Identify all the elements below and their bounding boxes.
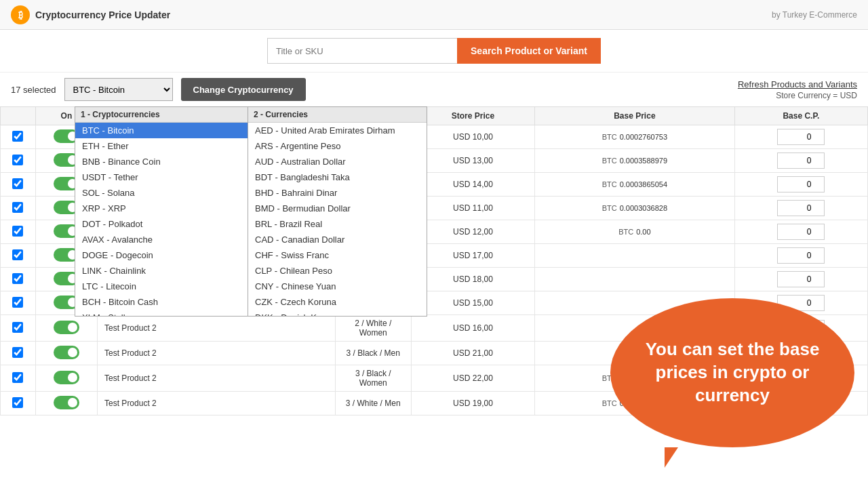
search-button[interactable]: Search Product or Variant — [457, 38, 601, 64]
base-cp-input[interactable] — [777, 152, 825, 169]
base-price-value: 0.0003865054 — [620, 180, 667, 188]
search-input[interactable] — [267, 38, 457, 64]
row-checkbox[interactable] — [12, 202, 23, 213]
base-crypto-label: BTC — [602, 180, 617, 188]
row-base-price — [535, 244, 735, 268]
row-store-price: USD 22,00 — [411, 365, 534, 392]
bubble-text: You can set the base prices in crypto or… — [624, 338, 841, 407]
row-base-cp — [734, 244, 867, 268]
app-header: ₿ Cryptocurrency Price Updater by Turkey… — [0, 0, 868, 30]
toolbar: 17 selected BTC - Bitcoin ETH - Ether Ch… — [0, 73, 868, 106]
row-checkbox[interactable] — [12, 372, 23, 383]
row-checkbox[interactable] — [12, 273, 23, 284]
crypto-option-ltc[interactable]: LTC - Litecoin — [75, 279, 248, 294]
row-variant: Test Product 2 — [98, 365, 336, 392]
crypto-option-btc[interactable]: BTC - Bitcoin — [75, 123, 248, 138]
currency-option[interactable]: ARS - Argentine Peso — [248, 138, 427, 154]
row-sku: 3 / Black / Women — [335, 365, 411, 392]
app-logo: ₿ — [11, 5, 30, 24]
base-cp-input[interactable] — [777, 176, 825, 192]
crypto-items: BTC - BitcoinETH - EtherBNB - Binance Co… — [75, 123, 248, 317]
base-price-value: 0.0003036828 — [620, 204, 667, 212]
row-store-price: USD 21,00 — [411, 342, 534, 365]
currency-option[interactable]: BHD - Bahraini Dinar — [248, 185, 427, 201]
currency-option[interactable]: DKK - Danish Krone — [248, 310, 427, 317]
row-store-price: USD 12,00 — [411, 220, 534, 244]
crypto-option-link[interactable]: LINK - Chainlink — [75, 263, 248, 279]
crypto-option-sol[interactable]: SOL - Solana — [75, 185, 248, 201]
row-toggle[interactable] — [54, 396, 79, 409]
crypto-option-usdt[interactable]: USDT - Tether — [75, 169, 248, 185]
row-store-price: USD 16,00 — [411, 315, 534, 342]
row-checkbox[interactable] — [12, 297, 23, 308]
currency-section-header: 2 - Currencies — [248, 107, 427, 123]
crypto-select[interactable]: BTC - Bitcoin ETH - Ether — [64, 78, 173, 101]
base-cp-input[interactable] — [777, 271, 825, 287]
row-store-price: USD 18,00 — [411, 268, 534, 291]
base-crypto-label: BTC — [602, 133, 617, 141]
crypto-option-bnb[interactable]: BNB - Binance Coin — [75, 154, 248, 169]
base-price-value: 0.0002760753 — [620, 133, 667, 141]
row-checkbox[interactable] — [12, 226, 23, 237]
currency-option[interactable]: CAD - Canadian Dollar — [248, 232, 427, 247]
row-store-price: USD 10,00 — [411, 125, 534, 149]
row-checkbox[interactable] — [12, 249, 23, 260]
row-sku: 2 / White / Women — [335, 315, 411, 342]
base-cp-input[interactable] — [777, 129, 825, 145]
row-toggle[interactable] — [54, 371, 79, 384]
header-byline: by Turkey E-Commerce — [772, 10, 857, 20]
crypto-option-bch[interactable]: BCH - Bitcoin Cash — [75, 294, 248, 310]
currency-option[interactable]: BDT - Bangladeshi Taka — [248, 169, 427, 185]
row-checkbox[interactable] — [12, 131, 23, 142]
base-crypto-label: BTC — [602, 157, 617, 165]
row-store-price: USD 19,00 — [411, 392, 534, 415]
currency-option[interactable]: CNY - Chinese Yuan — [248, 279, 427, 294]
crypto-option-doge[interactable]: DOGE - Dogecoin — [75, 247, 248, 263]
base-cp-input[interactable] — [777, 200, 825, 216]
store-currency-label: Store Currency = USD — [738, 91, 857, 100]
currency-option[interactable]: AED - United Arab Emirates Dirham — [248, 123, 427, 138]
col-base-cp: Base C.P. — [734, 107, 867, 125]
refresh-section: Refresh Products and Variants Store Curr… — [738, 79, 857, 100]
row-checkbox[interactable] — [12, 347, 23, 358]
row-store-price: USD 14,00 — [411, 173, 534, 197]
crypto-dropdown: 1 - Cryptocurrencies BTC - BitcoinETH - … — [75, 106, 427, 317]
currency-option[interactable]: CZK - Czech Koruna — [248, 294, 427, 310]
change-cryptocurrency-button[interactable]: Change Cryptocurrency — [181, 78, 306, 101]
row-checkbox[interactable] — [12, 178, 23, 189]
row-base-price: BTC0.0002760753 — [535, 125, 735, 149]
row-base-price: BTC0.0003036828 — [535, 197, 735, 220]
info-bubble: You can set the base prices in crypto or… — [610, 298, 854, 447]
row-base-cp — [734, 268, 867, 291]
base-cp-input[interactable] — [777, 247, 825, 264]
row-toggle[interactable] — [54, 321, 79, 334]
row-checkbox[interactable] — [12, 322, 23, 333]
base-crypto-label: BTC — [602, 204, 617, 212]
crypto-option-xlm[interactable]: XLM - Stellar — [75, 310, 248, 317]
crypto-option-eth[interactable]: ETH - Ether — [75, 138, 248, 154]
row-sku: 3 / White / Men — [335, 392, 411, 415]
selected-count: 17 selected — [11, 85, 56, 95]
row-variant: Test Product 2 — [98, 342, 336, 365]
crypto-option-xrp[interactable]: XRP - XRP — [75, 201, 248, 216]
search-bar: Search Product or Variant — [0, 30, 868, 73]
row-checkbox[interactable] — [12, 397, 23, 408]
row-base-price: BTC0.00 — [535, 220, 735, 244]
row-base-cp — [734, 197, 867, 220]
row-base-price — [535, 268, 735, 291]
currency-option[interactable]: AUD - Australian Dollar — [248, 154, 427, 169]
refresh-link[interactable]: Refresh Products and Variants — [738, 79, 857, 89]
crypto-option-avax[interactable]: AVAX - Avalanche — [75, 232, 248, 247]
base-price-value: 0.0003588979 — [620, 157, 667, 165]
currency-option[interactable]: BMD - Bermudian Dollar — [248, 201, 427, 216]
currency-option[interactable]: CHF - Swiss Franc — [248, 247, 427, 263]
currency-items: AED - United Arab Emirates DirhamARS - A… — [248, 123, 427, 317]
row-checkbox[interactable] — [12, 155, 23, 165]
row-base-price: BTC0.0003588979 — [535, 149, 735, 173]
crypto-option-dot[interactable]: DOT - Polkadot — [75, 216, 248, 232]
row-toggle[interactable] — [54, 346, 79, 359]
currency-option[interactable]: BRL - Brazil Real — [248, 216, 427, 232]
currency-option[interactable]: CLP - Chilean Peso — [248, 263, 427, 279]
base-cp-input[interactable] — [777, 224, 825, 240]
col-store-price: Store Price — [411, 107, 534, 125]
